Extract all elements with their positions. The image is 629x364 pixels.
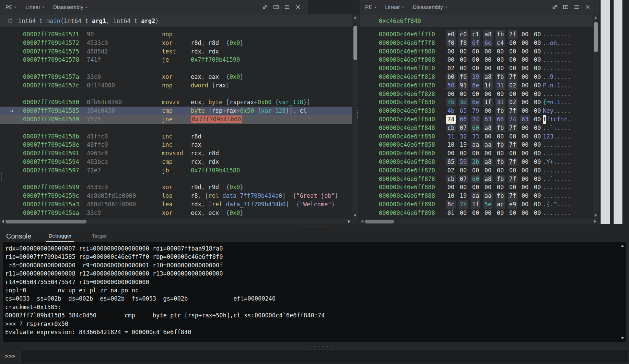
hex-byte[interactable]: 63 bbox=[483, 115, 493, 124]
hex-byte[interactable]: 00 bbox=[520, 47, 530, 56]
hex-ascii-char[interactable]: . bbox=[554, 56, 557, 64]
hex-ascii-char[interactable]: . bbox=[546, 30, 550, 39]
hex-ascii-char[interactable]: 1 bbox=[543, 132, 546, 141]
hex-ascii-char[interactable]: . bbox=[560, 73, 564, 81]
hex-byte[interactable]: 00 bbox=[483, 183, 493, 192]
hex-byte[interactable]: 00 bbox=[520, 64, 530, 73]
hex-ascii-char[interactable]: . bbox=[554, 132, 557, 141]
hex-ascii-char[interactable]: . bbox=[564, 98, 567, 107]
hex-byte[interactable]: 00 bbox=[471, 209, 480, 217]
hex-ascii-char[interactable]: . bbox=[554, 124, 557, 132]
hex-ascii-char[interactable]: . bbox=[557, 39, 560, 47]
hex-ascii-char[interactable]: . bbox=[543, 158, 546, 166]
hex-byte[interactable]: 00 bbox=[520, 200, 530, 209]
hex-byte[interactable]: 00 bbox=[496, 90, 505, 98]
hex-row[interactable]: 000000c46e6ff8280000000000000000........ bbox=[360, 90, 588, 98]
hex-byte[interactable]: 32 bbox=[458, 132, 468, 141]
hex-ascii-char[interactable]: . bbox=[568, 90, 571, 98]
hex-byte[interactable]: 00 bbox=[508, 209, 517, 217]
hex-byte[interactable]: 39 bbox=[471, 73, 480, 81]
hex-byte[interactable]: 00 bbox=[458, 149, 468, 158]
hex-row[interactable]: 000000c46e6ff8980100000000000000........ bbox=[360, 209, 588, 217]
hex-row[interactable]: 000000c46e6ff8800000000000000000........ bbox=[360, 183, 588, 192]
hex-byte[interactable]: c1 bbox=[471, 30, 480, 39]
hex-ascii-char[interactable]: . bbox=[554, 209, 557, 217]
hex-byte[interactable]: b0 bbox=[446, 73, 456, 81]
hex-byte[interactable]: 00 bbox=[496, 183, 505, 192]
hex-byte[interactable]: 00 bbox=[508, 39, 517, 47]
hex-byte[interactable]: 74 bbox=[446, 115, 456, 124]
hex-ascii-char[interactable]: . bbox=[543, 47, 546, 56]
hex-ascii-char[interactable]: . bbox=[554, 158, 557, 166]
hex-ascii-char[interactable]: { bbox=[546, 200, 550, 209]
hex-ascii-char[interactable]: . bbox=[550, 166, 553, 175]
hex-byte[interactable]: 74 bbox=[471, 115, 480, 124]
scroll-thumb[interactable] bbox=[594, 22, 598, 52]
hex-ascii-char[interactable]: + bbox=[550, 158, 553, 166]
hex-row[interactable]: 000000c46e6ff8881019aaaafb7f0000........ bbox=[360, 192, 588, 200]
hex-byte[interactable]: 00 bbox=[496, 56, 505, 64]
hex-byte[interactable]: 60 bbox=[471, 124, 480, 132]
hex-ascii-char[interactable]: K bbox=[543, 107, 546, 115]
hex-ascii-char[interactable]: . bbox=[546, 141, 550, 149]
disassembly-horizontal-scrollbar[interactable] bbox=[0, 219, 359, 225]
hex-byte[interactable]: 00 bbox=[533, 39, 542, 47]
hex-byte[interactable]: aa bbox=[483, 192, 493, 200]
hex-byte[interactable]: 2b bbox=[471, 158, 480, 166]
hex-byte[interactable]: 00 bbox=[520, 132, 530, 141]
hex-ascii-char[interactable]: f bbox=[557, 115, 560, 124]
hex-byte[interactable]: 00 bbox=[458, 64, 468, 73]
hex-row[interactable]: 000000c46e6ff878cb0760a8fb7f0000..`..... bbox=[360, 175, 588, 183]
hex-byte[interactable]: 00 bbox=[520, 124, 530, 132]
hex-byte[interactable]: 00 bbox=[496, 166, 505, 175]
hex-ascii-char[interactable]: . bbox=[557, 166, 560, 175]
hex-byte[interactable]: fb bbox=[496, 192, 505, 200]
hex-byte[interactable]: 4b bbox=[446, 107, 456, 115]
hex-ascii-char[interactable]: . bbox=[568, 81, 571, 90]
hex-byte[interactable]: 60 bbox=[471, 175, 480, 183]
hex-byte[interactable]: 00 bbox=[520, 98, 530, 107]
disasm-row[interactable]: 00007ff709b415754885d2testrdx, rdx bbox=[0, 47, 352, 56]
hex-ascii-char[interactable]: . bbox=[564, 158, 567, 166]
hex-ascii-char[interactable]: . bbox=[546, 39, 550, 47]
hex-ascii-char[interactable]: . bbox=[546, 73, 550, 81]
hex-byte[interactable]: 00 bbox=[483, 47, 493, 56]
hex-ascii-char[interactable]: . bbox=[568, 124, 571, 132]
hex-ascii-char[interactable]: . bbox=[560, 175, 564, 183]
hex-byte[interactable]: 00 bbox=[471, 47, 480, 56]
hex-ascii-char[interactable]: . bbox=[557, 107, 560, 115]
hex-ascii-char[interactable]: . bbox=[564, 183, 567, 192]
hex-byte[interactable]: 00 bbox=[471, 166, 480, 175]
hex-row[interactable]: 000000c46e6ff7f8f0f86f6ec4000000..on.... bbox=[360, 39, 588, 47]
hex-byte[interactable]: 79 bbox=[471, 107, 480, 115]
hex-byte[interactable]: 7f bbox=[508, 141, 517, 149]
disasm-row[interactable]: 00007ff709b41578741fje0x7ff709b41599 bbox=[0, 56, 352, 64]
hex-byte[interactable]: 10 bbox=[446, 192, 456, 200]
hex-byte[interactable]: cb bbox=[446, 124, 456, 132]
hex-ascii-char[interactable]: . bbox=[568, 30, 571, 39]
hex-byte[interactable]: 00 bbox=[533, 132, 542, 141]
hex-ascii-char[interactable]: . bbox=[564, 107, 567, 115]
sync-icon[interactable] bbox=[262, 4, 268, 10]
hex-ascii-char[interactable]: n bbox=[550, 98, 553, 107]
console-command-input[interactable] bbox=[21, 350, 628, 363]
hex-ascii-char[interactable]: . bbox=[560, 200, 564, 209]
hex-byte[interactable]: e9 bbox=[508, 200, 517, 209]
hex-byte[interactable]: 1f bbox=[483, 81, 493, 90]
disasm-row[interactable]: 00007ff709b4157a33c0xoreax, eax {0x0} bbox=[0, 73, 352, 81]
hex-byte[interactable]: aa bbox=[483, 141, 493, 149]
hex-ascii-char[interactable]: . bbox=[568, 183, 571, 192]
hex-row[interactable]: 000000c46e6ff8407466746366746300tftcftc. bbox=[360, 115, 588, 124]
hex-byte[interactable]: 00 bbox=[533, 81, 542, 90]
hex-ascii-char[interactable]: . bbox=[557, 158, 560, 166]
scroll-thumb[interactable] bbox=[5, 220, 86, 223]
hex-ascii-char[interactable]: n bbox=[550, 81, 553, 90]
hex-ascii-char[interactable]: . bbox=[543, 56, 546, 64]
hex-ascii-char[interactable]: y bbox=[550, 107, 553, 115]
hex-byte[interactable]: 00 bbox=[520, 73, 530, 81]
hex-ascii-char[interactable]: . bbox=[546, 64, 550, 73]
new-pane-icon[interactable] bbox=[563, 4, 569, 10]
hex-ascii-char[interactable]: { bbox=[543, 98, 546, 107]
hex-ascii-char[interactable]: . bbox=[557, 73, 560, 81]
disasm-row[interactable]: 00007ff709b415994533c9xorr9d, r9d {0x0} bbox=[0, 183, 352, 192]
